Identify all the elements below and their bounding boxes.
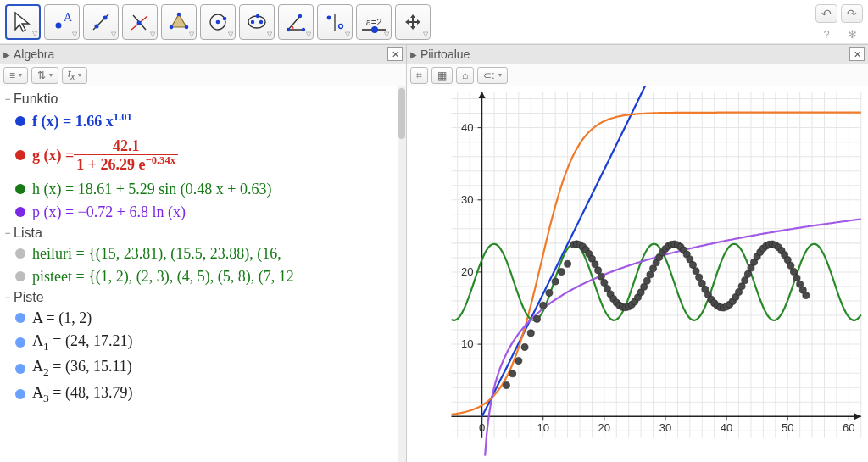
close-algebra-button[interactable]: ✕ — [387, 47, 403, 61]
algebra-fx-button[interactable]: fx▾ — [62, 67, 87, 84]
visibility-dot[interactable] — [15, 364, 25, 374]
tool-circle[interactable]: ▽ — [200, 4, 236, 40]
visibility-dot[interactable] — [15, 337, 25, 348]
settings-button[interactable]: ✻ — [841, 26, 863, 42]
visibility-dot[interactable] — [15, 116, 25, 126]
svg-point-9 — [177, 13, 181, 17]
visibility-dot[interactable] — [15, 389, 25, 399]
tool-ellipse[interactable]: ▽ — [239, 4, 275, 40]
tool-perpendicular[interactable]: ▽ — [122, 4, 158, 40]
visibility-dot[interactable] — [15, 207, 25, 217]
svg-point-18 — [256, 14, 259, 18]
angle-icon — [285, 11, 307, 33]
dropdown-icon: ▽ — [384, 31, 389, 38]
svg-point-14 — [223, 17, 227, 21]
visibility-dot[interactable] — [15, 313, 25, 323]
tool-polygon[interactable]: ▽ — [161, 4, 197, 40]
svg-point-109 — [515, 358, 522, 365]
close-icon: ✕ — [392, 49, 399, 60]
tool-reflect[interactable]: ▽ — [317, 4, 353, 40]
line-icon — [90, 11, 112, 33]
list-item[interactable]: heiluri = {(15, 23.81), (15.5, 23.88), (… — [2, 242, 403, 265]
svg-text:10: 10 — [537, 421, 549, 434]
expr-A: A = (1, 2) — [32, 309, 92, 327]
perpendicular-icon — [129, 11, 151, 33]
snap-button[interactable]: ⊂:▾ — [477, 67, 507, 84]
collapse-icon[interactable]: ▶ — [3, 50, 10, 59]
scroll-thumb[interactable] — [398, 88, 405, 139]
tool-move-view[interactable]: ▽ — [395, 4, 431, 40]
svg-point-0 — [56, 23, 62, 29]
svg-point-21 — [298, 14, 302, 18]
help-button[interactable]: ? — [815, 26, 837, 42]
axes-toggle-button[interactable]: ⌗ — [410, 67, 428, 84]
graphics-title: Piirtoalue — [420, 47, 470, 61]
graphics-canvas[interactable]: 010203040506010203040 — [407, 86, 868, 462]
svg-point-159 — [696, 274, 703, 281]
list-item[interactable]: A1 = (24, 17.21) — [2, 330, 403, 356]
tool-angle[interactable]: ▽ — [278, 4, 314, 40]
visibility-dot[interactable] — [15, 150, 25, 160]
algebra-title: Algebra — [14, 47, 54, 61]
list-item[interactable]: g (x) = 42.1 1 + 26.29 e−0.34x — [2, 133, 403, 178]
algebra-toolbar: ≡▾ ⇅▾ fx▾ — [0, 64, 406, 86]
right-toolbar: ↶ ↷ ? ✻ — [815, 4, 863, 42]
svg-point-142 — [643, 277, 650, 284]
category-label: Funktio — [14, 92, 58, 107]
home-icon: ⌂ — [462, 70, 468, 81]
graphics-toolbar: ⌗ ▦ ⌂ ⊂:▾ — [407, 64, 868, 86]
reflect-icon — [324, 11, 346, 33]
svg-point-116 — [558, 269, 565, 276]
category-label: Piste — [14, 290, 44, 305]
dropdown-icon: ▽ — [150, 31, 155, 38]
home-button[interactable]: ⌂ — [456, 67, 474, 84]
grid-toggle-button[interactable]: ▦ — [431, 67, 453, 84]
visibility-dot[interactable] — [15, 271, 25, 281]
tool-slider[interactable]: a=2 ▽ — [356, 4, 392, 40]
list-item[interactable]: f (x) = 1.66 x1.01 — [2, 109, 403, 133]
help-icon: ? — [823, 28, 829, 41]
svg-text:60: 60 — [843, 421, 855, 434]
svg-text:A: A — [64, 11, 73, 24]
svg-point-115 — [552, 278, 559, 285]
tool-line[interactable]: ▽ — [83, 4, 119, 40]
close-graphics-button[interactable]: ✕ — [849, 47, 865, 61]
pan-icon — [403, 13, 422, 31]
svg-point-158 — [693, 268, 699, 275]
svg-text:20: 20 — [461, 265, 474, 278]
algebra-sort-button[interactable]: ≡▾ — [3, 67, 28, 84]
dropdown-icon: ▽ — [32, 30, 37, 37]
category-lista[interactable]: −Lista — [2, 224, 403, 242]
collapse-icon[interactable]: ▶ — [410, 50, 417, 59]
graphics-panel-header: ▶ Piirtoalue ✕ — [407, 44, 868, 64]
svg-point-4 — [103, 16, 108, 20]
redo-button[interactable]: ↷ — [841, 4, 863, 23]
algebra-order-button[interactable]: ⇅▾ — [31, 67, 58, 84]
list-item[interactable]: A2 = (36, 15.11) — [2, 355, 403, 381]
tool-point[interactable]: A ▽ — [44, 4, 80, 40]
svg-point-189 — [787, 262, 794, 269]
scrollbar[interactable] — [398, 86, 406, 462]
svg-text:20: 20 — [598, 421, 611, 434]
category-funktio[interactable]: −Funktio — [2, 90, 403, 109]
undo-button[interactable]: ↶ — [815, 4, 837, 23]
visibility-dot[interactable] — [15, 184, 25, 194]
cursor-icon — [12, 11, 34, 33]
svg-point-191 — [793, 275, 800, 281]
list-item[interactable]: pisteet = {(1, 2), (2, 3), (4, 5), (5, 8… — [2, 265, 403, 288]
svg-point-19 — [287, 28, 290, 31]
dropdown-icon: ▽ — [228, 31, 233, 38]
visibility-dot[interactable] — [15, 248, 25, 259]
list-item[interactable]: h (x) = 18.61 + 5.29 sin (0.48 x + 0.63) — [2, 178, 403, 201]
svg-point-114 — [546, 289, 553, 296]
list-item[interactable]: A = (1, 2) — [2, 307, 403, 330]
svg-text:50: 50 — [782, 421, 794, 434]
dropdown-icon: ▽ — [267, 31, 272, 38]
svg-point-24 — [339, 25, 343, 29]
svg-point-174 — [742, 277, 748, 284]
category-piste[interactable]: −Piste — [2, 288, 403, 307]
tool-move[interactable]: ▽ — [5, 4, 41, 40]
plot-svg: 010203040506010203040 — [407, 86, 868, 462]
list-item[interactable]: A3 = (48, 13.79) — [2, 381, 403, 408]
list-item[interactable]: p (x) = −0.72 + 6.8 ln (x) — [2, 201, 403, 224]
